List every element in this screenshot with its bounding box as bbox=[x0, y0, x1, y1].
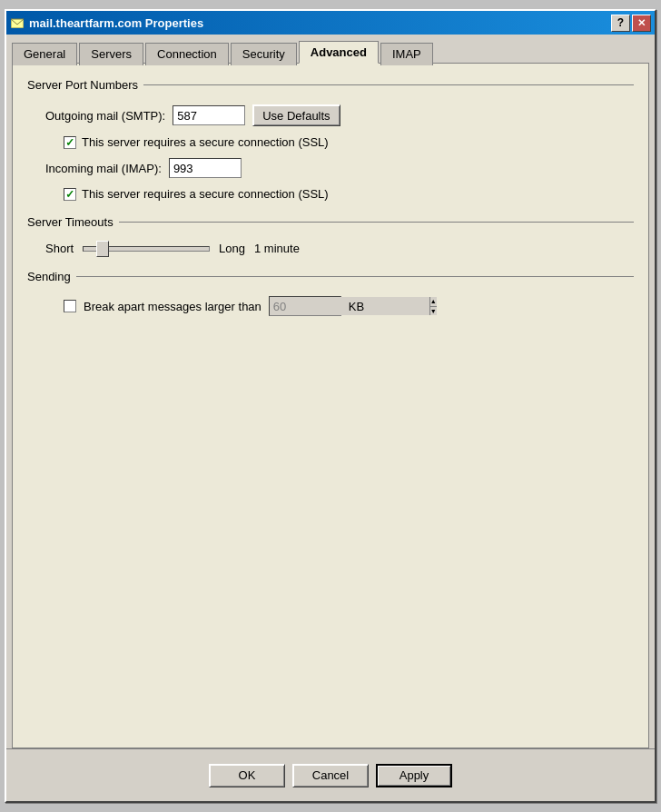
smtp-ssl-label: This server requires a secure connection… bbox=[82, 135, 329, 149]
server-timeouts-divider bbox=[119, 222, 634, 223]
break-apart-checkbox[interactable] bbox=[64, 300, 76, 312]
server-ports-section: Server Port Numbers Outgoing mail (SMTP)… bbox=[27, 78, 634, 201]
use-defaults-button[interactable]: Use Defaults bbox=[252, 104, 340, 126]
tab-servers[interactable]: Servers bbox=[79, 43, 143, 65]
long-label: Long bbox=[219, 242, 245, 255]
help-button[interactable]: ? bbox=[611, 15, 630, 32]
properties-window: mail.theartfarm.com Properties ? ✕ Gener… bbox=[5, 9, 656, 803]
tab-advanced[interactable]: Advanced bbox=[299, 41, 379, 64]
sending-section: Sending Break apart messages larger than… bbox=[27, 270, 634, 316]
server-ports-title: Server Port Numbers bbox=[27, 78, 138, 92]
imap-ssl-label: This server requires a secure connection… bbox=[82, 187, 329, 201]
server-timeouts-title: Server Timeouts bbox=[27, 215, 113, 229]
timeout-slider-row: Short Long 1 minute bbox=[27, 242, 634, 255]
smtp-ssl-checkbox[interactable] bbox=[64, 136, 76, 149]
break-apart-spinbox[interactable]: ▲ ▼ bbox=[269, 296, 341, 316]
tab-security[interactable]: Security bbox=[231, 43, 297, 65]
apply-button[interactable]: Apply bbox=[376, 764, 452, 787]
server-timeouts-section: Server Timeouts Short Long 1 minute bbox=[27, 215, 634, 255]
ok-button[interactable]: OK bbox=[209, 764, 285, 787]
window-icon bbox=[10, 15, 25, 30]
outgoing-label: Outgoing mail (SMTP): bbox=[45, 109, 165, 123]
timeout-value: 1 minute bbox=[254, 242, 300, 255]
imap-ssl-checkbox[interactable] bbox=[64, 188, 76, 201]
smtp-port-input[interactable] bbox=[173, 105, 245, 125]
incoming-mail-row: Incoming mail (IMAP): bbox=[27, 158, 634, 178]
tab-bar: General Servers Connection Security Adva… bbox=[6, 35, 655, 63]
kb-label: KB bbox=[349, 300, 364, 313]
outgoing-mail-row: Outgoing mail (SMTP): Use Defaults bbox=[27, 104, 634, 126]
cancel-button[interactable]: Cancel bbox=[292, 764, 369, 787]
sending-title: Sending bbox=[27, 270, 71, 283]
spinbox-buttons: ▲ ▼ bbox=[429, 297, 437, 315]
close-button[interactable]: ✕ bbox=[632, 15, 651, 32]
smtp-ssl-row: This server requires a secure connection… bbox=[27, 135, 634, 149]
slider-thumb[interactable] bbox=[96, 241, 109, 257]
spinbox-up-button[interactable]: ▲ bbox=[429, 297, 437, 307]
tab-imap[interactable]: IMAP bbox=[380, 43, 433, 65]
tab-connection[interactable]: Connection bbox=[145, 43, 229, 65]
spinbox-down-button[interactable]: ▼ bbox=[429, 307, 437, 316]
server-ports-divider bbox=[143, 84, 634, 85]
window-title: mail.theartfarm.com Properties bbox=[29, 16, 203, 30]
imap-ssl-row: This server requires a secure connection… bbox=[27, 187, 634, 201]
bottom-bar: OK Cancel Apply bbox=[6, 748, 655, 801]
content-area: Server Port Numbers Outgoing mail (SMTP)… bbox=[12, 63, 649, 748]
short-label: Short bbox=[45, 242, 74, 255]
imap-port-input[interactable] bbox=[169, 158, 242, 178]
title-bar: mail.theartfarm.com Properties ? ✕ bbox=[6, 11, 655, 35]
sending-divider bbox=[76, 276, 634, 277]
break-apart-label: Break apart messages larger than bbox=[84, 300, 261, 313]
incoming-label: Incoming mail (IMAP): bbox=[45, 162, 162, 175]
break-apart-row: Break apart messages larger than ▲ ▼ KB bbox=[27, 296, 634, 316]
tab-general[interactable]: General bbox=[12, 43, 77, 65]
timeout-slider[interactable] bbox=[83, 246, 210, 252]
